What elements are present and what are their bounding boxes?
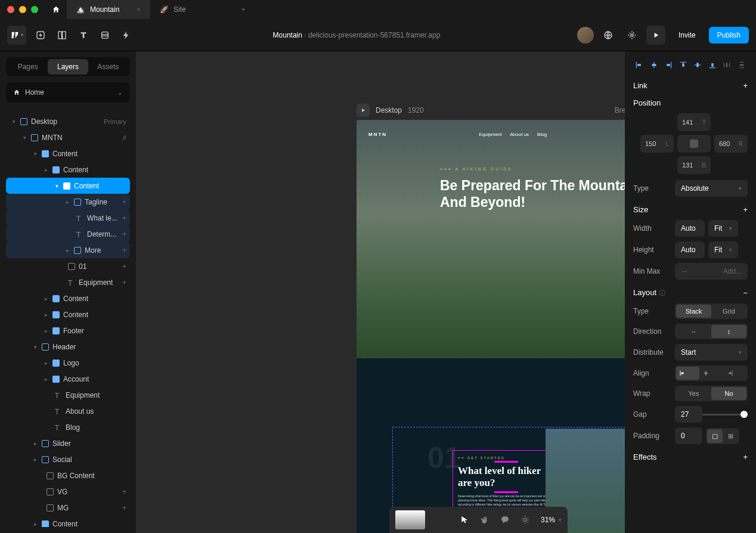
minimize-window-icon[interactable] xyxy=(19,6,26,13)
layout-button[interactable] xyxy=(52,26,72,45)
position-bottom-input[interactable]: 131B xyxy=(677,156,711,174)
add-size-button[interactable]: + xyxy=(743,205,748,214)
close-window-icon[interactable] xyxy=(7,6,14,13)
hand-tool[interactable] xyxy=(480,515,489,525)
distribute-h-icon[interactable] xyxy=(721,57,733,73)
layer-determ[interactable]: TDeterm...+ xyxy=(6,226,130,242)
publish-button[interactable]: Publish xyxy=(709,27,749,44)
height-mode-select[interactable]: Fit▾ xyxy=(708,241,738,258)
layer-more[interactable]: ▸More+ xyxy=(6,242,130,258)
insert-button[interactable] xyxy=(31,26,50,45)
canvas[interactable]: Desktop 1920 Breakpoint + MNTN Equipment… xyxy=(136,51,625,533)
plus-icon[interactable]: + xyxy=(122,214,126,222)
new-tab-button[interactable]: + xyxy=(234,5,253,14)
layer-content-4[interactable]: ▸Content xyxy=(6,306,130,323)
add-link-button[interactable]: + xyxy=(743,81,748,90)
layer-equipment[interactable]: TEquipment+ xyxy=(6,274,130,290)
preview-button[interactable] xyxy=(646,26,665,45)
align-right-icon[interactable] xyxy=(662,57,675,73)
close-tab-icon[interactable]: × xyxy=(137,5,141,14)
padding-uniform[interactable]: ▢ xyxy=(707,429,723,443)
position-left-input[interactable]: 150L xyxy=(640,135,674,153)
align-center[interactable] xyxy=(699,367,723,380)
width-mode-select[interactable]: Fit▾ xyxy=(708,220,738,237)
layer-01[interactable]: 01+ xyxy=(6,258,130,274)
direction-horizontal[interactable]: ↔ xyxy=(676,325,711,338)
artboard[interactable]: MNTN Equipment About us Blog 👤 Account ━… xyxy=(357,120,625,533)
invite-button[interactable]: Invite xyxy=(670,27,704,43)
zoom-select[interactable]: 31%▾ xyxy=(541,516,562,524)
align-top-icon[interactable] xyxy=(677,57,690,73)
grid-button[interactable]: Grid xyxy=(711,305,746,318)
wrap-no[interactable]: No xyxy=(711,387,746,400)
plus-icon[interactable]: + xyxy=(122,198,126,206)
globe-button[interactable] xyxy=(599,26,618,45)
layer-content-2[interactable]: ▸Content xyxy=(6,162,130,178)
actions-button[interactable] xyxy=(117,26,136,45)
user-avatar[interactable] xyxy=(577,27,594,44)
info-icon[interactable]: ⓘ xyxy=(659,289,665,296)
position-top-input[interactable]: 141T xyxy=(677,113,711,131)
plus-icon[interactable]: + xyxy=(122,488,126,496)
padding-input[interactable] xyxy=(675,427,702,444)
layer-vg[interactable]: VG+ xyxy=(6,484,130,500)
layer-social[interactable]: ▸Social xyxy=(6,451,130,467)
layer-footer[interactable]: ▸Footer xyxy=(6,323,130,339)
position-right-input[interactable]: 680R xyxy=(714,135,748,153)
direction-vertical[interactable]: ↕ xyxy=(711,325,746,338)
cms-button[interactable] xyxy=(95,26,114,45)
tab-site[interactable]: 🚀 Site xyxy=(150,0,234,19)
layer-logo[interactable]: ▸Logo xyxy=(6,355,130,371)
layer-content-selected[interactable]: ▾Content xyxy=(6,178,130,194)
layer-mntn[interactable]: ▾MNTN# xyxy=(6,129,130,145)
align-left-icon[interactable] xyxy=(633,57,646,73)
layer-nav-blog[interactable]: TBlog xyxy=(6,419,130,435)
home-button[interactable] xyxy=(45,0,67,19)
app-menu-button[interactable]: ▾ xyxy=(7,26,26,45)
align-bottom-icon[interactable] xyxy=(707,57,719,73)
plus-icon[interactable]: + xyxy=(122,278,126,287)
cursor-tool[interactable] xyxy=(460,515,469,525)
width-input[interactable] xyxy=(675,220,705,237)
wrap-yes[interactable]: Yes xyxy=(676,387,711,400)
plus-icon[interactable]: + xyxy=(122,504,126,512)
layer-content-5[interactable]: ▸Content xyxy=(6,516,130,527)
plus-icon[interactable]: + xyxy=(122,230,126,238)
settings-button[interactable] xyxy=(622,26,642,45)
layer-bg-content[interactable]: BG Content xyxy=(6,467,130,484)
page-select[interactable]: Home ⌄ xyxy=(6,82,130,103)
layer-account[interactable]: ▸Account xyxy=(6,371,130,387)
gap-slider[interactable] xyxy=(702,414,748,416)
position-anchor[interactable] xyxy=(677,135,711,153)
layer-nav-equipment[interactable]: TEquipment xyxy=(6,387,130,403)
tab-pages[interactable]: Pages xyxy=(8,59,48,75)
layer-nav-about[interactable]: TAbout us xyxy=(6,403,130,419)
plus-icon[interactable]: + xyxy=(122,262,126,271)
tab-mountain[interactable]: 🏔️ Mountain × xyxy=(67,0,150,19)
align-center-h-icon[interactable] xyxy=(648,57,661,73)
layer-content-1[interactable]: ▾Content xyxy=(6,145,130,162)
layer-header[interactable]: ▾Header xyxy=(6,339,130,355)
layer-desktop[interactable]: ▾DesktopPrimary xyxy=(6,113,130,129)
tab-assets[interactable]: Assets xyxy=(88,59,128,75)
distribute-v-icon[interactable] xyxy=(736,57,748,73)
add-effect-button[interactable]: + xyxy=(743,453,748,461)
minmax-input[interactable]: ↔Add... xyxy=(675,263,748,280)
layer-mg[interactable]: MG+ xyxy=(6,500,130,516)
position-type-select[interactable]: Absolute▾ xyxy=(675,180,748,197)
stack-button[interactable]: Stack xyxy=(676,305,711,318)
collapse-layout-button[interactable]: − xyxy=(743,289,748,298)
theme-tool[interactable] xyxy=(520,515,530,525)
gap-input[interactable] xyxy=(675,406,702,423)
align-start[interactable] xyxy=(676,367,699,380)
distribute-select[interactable]: Start▾ xyxy=(675,344,748,361)
comment-tool[interactable] xyxy=(500,515,510,525)
layer-what-level[interactable]: TWhat le...+ xyxy=(6,210,130,226)
layer-content-3[interactable]: ▸Content xyxy=(6,290,130,306)
padding-separate[interactable]: ⊞ xyxy=(723,429,738,443)
align-end[interactable] xyxy=(723,367,746,380)
layer-slider[interactable]: ▸Slider xyxy=(6,435,130,451)
height-input[interactable] xyxy=(675,241,705,258)
tab-layers[interactable]: Layers xyxy=(48,59,88,75)
maximize-window-icon[interactable] xyxy=(31,6,38,13)
